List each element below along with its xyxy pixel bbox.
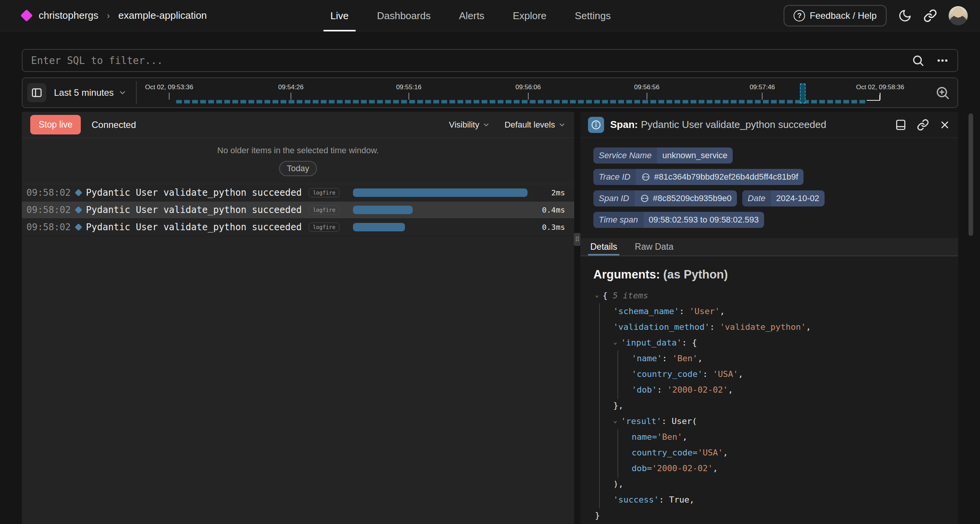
tab-raw-data[interactable]: Raw Data	[632, 238, 676, 255]
duration-bar	[353, 223, 405, 231]
zoom-in-icon[interactable]	[928, 78, 957, 107]
nav-tab-explore[interactable]: Explore	[506, 0, 553, 31]
badge-value: 09:58:02.593 to 09:58:02.593	[644, 212, 764, 228]
question-icon: ?	[794, 10, 805, 21]
collapse-chevron-icon[interactable]: ⌄	[613, 416, 621, 424]
badge-label: Time span	[593, 212, 644, 228]
log-row-list: 09:58:02Pydantic User validate_python su…	[22, 184, 574, 236]
empty-window-notice: No older items in the selected time wind…	[22, 138, 574, 184]
share-link-icon[interactable]	[923, 9, 937, 23]
sql-filter-input[interactable]	[31, 55, 911, 66]
row-timestamp: 09:58:02	[26, 187, 71, 198]
code-line: ),	[593, 476, 958, 492]
span-info-icon	[588, 117, 604, 133]
code-line: country_code='USA',	[593, 445, 958, 460]
arguments-python-tree: ⌄{ 5 items'schema_name': 'User','validat…	[593, 288, 958, 523]
logfire-app: christophergs › example-application Live…	[0, 0, 980, 524]
log-row[interactable]: 09:58:02Pydantic User validate_python su…	[22, 219, 574, 236]
timeline-track[interactable]: Oct 02, 09:53:3609:54:2609:55:1609:56:06…	[137, 78, 928, 107]
sql-filter-bar	[22, 49, 958, 72]
timeline-tick	[880, 93, 880, 100]
arguments-heading: Arguments: (as Python)	[593, 268, 958, 282]
span-title-text: Pydantic User validate_python succeeded	[641, 119, 826, 130]
date-badge: Date 2024-10-02	[742, 190, 825, 206]
chevron-down-icon	[482, 121, 490, 129]
timeline-label: Oct 02, 09:58:36	[856, 84, 904, 91]
breadcrumb-project[interactable]: example-application	[118, 10, 207, 21]
row-tag-logfire: logfire	[309, 223, 340, 232]
chevron-down-icon	[558, 121, 566, 129]
badge-label: Date	[742, 190, 771, 206]
chevron-down-icon	[118, 88, 127, 97]
link-icon	[640, 194, 649, 203]
close-icon[interactable]	[939, 119, 951, 131]
breadcrumb-separator: ›	[107, 10, 110, 21]
trace-id-value: #81c364b79bbd92ef26b4dd5ff4c81b9f	[654, 172, 798, 182]
trace-id-badge[interactable]: Trace ID #81c364b79bbd92ef26b4dd5ff4c81b…	[593, 169, 804, 185]
timeline-label: 09:55:16	[396, 84, 421, 91]
copy-link-icon[interactable]	[917, 119, 929, 131]
panel-scrollbar[interactable]	[969, 113, 973, 236]
code-line: ⌄'input_data': {	[593, 335, 958, 350]
collapse-chevron-icon[interactable]: ⌄	[613, 338, 621, 346]
breadcrumb-org[interactable]: christophergs	[39, 10, 98, 21]
live-panel-header: Stop live Connected Visibility Default l…	[22, 112, 574, 138]
code-line: name='Ben',	[593, 429, 958, 445]
sidebar-toggle-icon[interactable]	[27, 83, 46, 102]
nav-right-actions: ? Feedback / Help	[784, 0, 968, 31]
feedback-help-button[interactable]: ? Feedback / Help	[784, 5, 887, 26]
more-options-icon[interactable]	[936, 54, 949, 67]
timeline-label: 09:56:06	[516, 84, 541, 91]
timeline-bar: Last 5 minutes Oct 02, 09:53:3609:54:260…	[22, 77, 958, 108]
tab-details[interactable]: Details	[588, 238, 619, 255]
visibility-dropdown[interactable]: Visibility	[449, 120, 490, 130]
badge-label: Service Name	[593, 147, 657, 164]
empty-window-message: No older items in the selected time wind…	[217, 146, 379, 156]
top-nav: christophergs › example-application Live…	[0, 0, 980, 31]
logfire-logo-icon[interactable]	[20, 9, 33, 22]
collapse-chevron-icon[interactable]: ⌄	[595, 291, 603, 298]
panel-resize-handle[interactable]: ⠿	[574, 233, 581, 246]
search-icon[interactable]	[911, 54, 924, 67]
service-name-badge: Service Name unknown_service	[593, 147, 733, 164]
duration-bar	[353, 188, 528, 197]
breadcrumb: christophergs › example-application	[0, 10, 207, 21]
code-line: 'name': 'Ben',	[593, 350, 958, 366]
row-duration: 0.3ms	[542, 223, 565, 232]
code-line: dob='2000-02-02',	[593, 460, 958, 476]
panel-layout-icon[interactable]	[895, 119, 907, 131]
row-tag-logfire: logfire	[309, 188, 340, 197]
code-line: 'validation_method': 'validate_python',	[593, 319, 958, 335]
row-timestamp: 09:58:02	[26, 205, 71, 215]
live-view-panel: Stop live Connected Visibility Default l…	[22, 112, 574, 524]
time-range-label: Last 5 minutes	[54, 87, 114, 98]
stop-live-button[interactable]: Stop live	[30, 115, 81, 134]
timeline-tick	[762, 93, 763, 100]
arguments-heading-suffix: (as Python)	[663, 268, 728, 281]
timeline-tick	[528, 93, 529, 100]
nav-tab-dashboards[interactable]: Dashboards	[370, 0, 438, 31]
timeline-tick	[647, 93, 647, 100]
code-line: 'schema_name': 'User',	[593, 303, 958, 319]
log-row[interactable]: 09:58:02Pydantic User validate_python su…	[22, 201, 574, 219]
code-line: 'success': True,	[593, 492, 958, 508]
span-attribute-badges: Service Name unknown_service Trace ID #8…	[580, 138, 958, 228]
span-detail-tabs: Details Raw Data	[580, 238, 958, 256]
nav-tab-alerts[interactable]: Alerts	[452, 0, 491, 31]
time-range-select[interactable]: Last 5 minutes	[54, 87, 127, 98]
today-button[interactable]: Today	[279, 161, 317, 176]
row-duration: 2ms	[551, 188, 565, 197]
badge-label: Trace ID	[593, 169, 636, 185]
span-kind-label: Span:	[610, 119, 638, 130]
log-row[interactable]: 09:58:02Pydantic User validate_python su…	[22, 184, 574, 201]
span-id-badge[interactable]: Span ID #8c85209cb935b9e0	[593, 190, 737, 206]
dark-mode-moon-icon[interactable]	[898, 9, 912, 23]
code-line: },	[593, 398, 958, 413]
row-message: Pydantic User validate_python succeeded	[86, 222, 302, 233]
timeline-activity-spike	[800, 84, 805, 103]
user-avatar[interactable]	[949, 6, 968, 25]
code-line: 'dob': '2000-02-02',	[593, 382, 958, 398]
default-levels-dropdown[interactable]: Default levels	[505, 120, 566, 130]
nav-tab-settings[interactable]: Settings	[568, 0, 618, 31]
nav-tab-live[interactable]: Live	[323, 0, 356, 31]
